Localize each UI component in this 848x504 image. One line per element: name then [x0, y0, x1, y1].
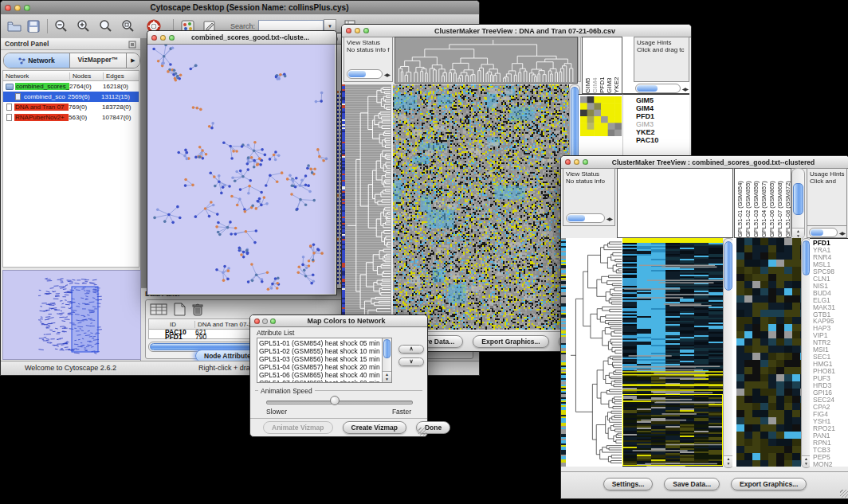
column-label[interactable]: GPL51-01 (GSM854) — [737, 169, 744, 237]
scroll-arrows[interactable] — [682, 86, 688, 92]
tv1-usage-scrollbar[interactable] — [635, 84, 688, 93]
gene-name[interactable]: YKE2 — [636, 128, 689, 136]
gene-name[interactable]: PFD1 — [636, 112, 689, 120]
network-canvas[interactable] — [147, 45, 335, 294]
column-header-edges[interactable]: Edges — [104, 72, 139, 80]
resize-grip[interactable] — [418, 428, 426, 436]
close-button[interactable] — [254, 318, 260, 324]
move-up-button[interactable]: ∧ — [398, 345, 424, 354]
attribute-list-item[interactable]: GPL51-03 (GSM856) heat shock 15 min — [257, 355, 391, 363]
resize-grip[interactable] — [840, 490, 848, 498]
tv2-heatmap[interactable] — [622, 238, 723, 467]
column-label[interactable]: GPL51-06 (GSM865) — [769, 169, 775, 237]
tv2-labels-vscrollbar[interactable] — [791, 168, 805, 240]
column-header-nodes[interactable]: Nodes — [70, 72, 104, 80]
minimize-button[interactable] — [14, 5, 21, 11]
tab-vizmapper[interactable]: VizMapper™ — [70, 53, 127, 68]
gene-name[interactable]: PAC10 — [636, 136, 689, 144]
network-overview-canvas[interactable] — [2, 270, 141, 360]
scroll-arrows[interactable] — [607, 216, 612, 221]
map-dialog-titlebar[interactable]: Map Colors to Network — [250, 315, 427, 327]
network-view-titlebar[interactable]: combined_scores_good.txt--cluste... — [147, 31, 336, 45]
column-label[interactable]: PFD1 — [599, 37, 606, 93]
zoom-out-button[interactable] — [52, 18, 71, 35]
column-label[interactable]: GPL51-07 (GSM868) — [777, 169, 783, 237]
zoom-fit-button[interactable] — [96, 18, 116, 35]
column-label[interactable]: GIM5 — [585, 37, 591, 93]
scroll-arrows[interactable] — [839, 230, 845, 236]
network-row[interactable]: DNA and Tran 07 769(0) 183728(0) — [3, 102, 139, 112]
tv2-detail-heatmap[interactable] — [736, 238, 801, 467]
zoom-button[interactable] — [24, 5, 30, 11]
treeview2-titlebar[interactable]: ClusterMaker TreeView : combined_scores_… — [561, 156, 848, 169]
gene-name[interactable]: GIM5 — [636, 96, 689, 104]
tv2-usage-scrollbar[interactable] — [809, 228, 845, 237]
zoom-button[interactable] — [583, 159, 588, 165]
zoom-button[interactable] — [169, 35, 175, 41]
dialog-button[interactable]: Animate Vizmap — [263, 421, 333, 434]
tv2-col-dendrogram-area[interactable] — [617, 168, 733, 238]
column-label[interactable]: GPL51-03 (GSM856) — [753, 169, 760, 237]
speed-slider-track[interactable] — [266, 400, 413, 404]
column-label[interactable]: GIM4 — [592, 37, 599, 93]
save-button[interactable] — [24, 18, 43, 35]
tv2-status-scrollbar[interactable] — [566, 213, 612, 223]
float-panel-icon[interactable] — [128, 41, 136, 49]
network-row[interactable]: combined_sco 2569(6) 13112(15) — [3, 92, 139, 102]
new-attribute-button[interactable] — [172, 303, 186, 319]
close-button[interactable] — [5, 5, 11, 11]
zoom-button[interactable] — [270, 318, 276, 324]
treeview1-titlebar[interactable]: ClusterMaker TreeView : DNA and Tran 07-… — [342, 25, 691, 37]
tab-network[interactable]: Network — [4, 53, 70, 68]
treeview-button[interactable]: Settings... — [603, 478, 654, 490]
minimize-button[interactable] — [574, 159, 579, 165]
treeview-button[interactable]: Export Graphics... — [473, 335, 548, 348]
column-label[interactable]: GPL51-08 (GSM872) — [785, 169, 791, 237]
scroll-arrows[interactable] — [792, 228, 804, 239]
minimize-button[interactable] — [262, 318, 268, 324]
column-label[interactable]: GPL51-04 (GSM857) — [761, 169, 768, 237]
scroll-thumb[interactable] — [793, 183, 803, 215]
treeview-button[interactable]: Save Data... — [664, 478, 720, 490]
close-button[interactable] — [565, 159, 571, 165]
close-button[interactable] — [346, 28, 351, 33]
attribute-list-item[interactable]: GPL51-02 (GSM855) heat shock 10 min — [257, 347, 391, 355]
scroll-arrows[interactable] — [384, 72, 390, 77]
attribute-select-button[interactable] — [150, 303, 167, 319]
close-button[interactable] — [151, 35, 157, 41]
network-row[interactable]: RNAPuberNov2+ 563(0) 107847(0) — [3, 112, 139, 123]
scroll-thumb[interactable] — [383, 339, 391, 358]
tv1-status-scrollbar[interactable] — [347, 69, 390, 79]
gene-name[interactable]: MON2 — [813, 461, 848, 467]
zoom-selected-button[interactable] — [119, 18, 138, 35]
zoom-button[interactable] — [363, 28, 369, 33]
gene-name[interactable]: GIM4 — [636, 104, 689, 112]
tv1-col-dendrogram[interactable] — [395, 37, 578, 84]
attribute-list-item[interactable]: GPL51-07 (GSM868) heat shock 60 min — [257, 379, 391, 383]
column-label[interactable]: GIM3 — [607, 37, 613, 93]
tv1-heatmap[interactable] — [393, 84, 569, 330]
column-label[interactable]: GPL51-02 (GSM855) — [745, 169, 752, 237]
attribute-list-item[interactable]: GPL51-04 (GSM857) heat shock 20 min — [257, 363, 391, 371]
attribute-list-item[interactable]: GPL51-01 (GSM854) heat shock 05 min — [257, 339, 391, 347]
minimize-button[interactable] — [160, 35, 166, 41]
column-header-id[interactable]: ID — [149, 321, 195, 328]
scroll-arrows[interactable] — [383, 371, 391, 382]
scroll-thumb[interactable] — [803, 240, 810, 275]
delete-attribute-button[interactable] — [191, 303, 204, 319]
open-file-button[interactable] — [5, 18, 24, 35]
minimize-button[interactable] — [355, 28, 360, 33]
speed-slider-thumb[interactable] — [330, 396, 340, 405]
column-header-network[interactable]: Network — [3, 72, 70, 80]
treeview-button[interactable]: Export Graphics... — [731, 478, 807, 490]
tab-overflow-button[interactable]: ▶ — [127, 53, 139, 68]
network-row[interactable]: combined_scores_ 2764(0) 16218(0) — [3, 81, 139, 92]
dialog-button[interactable]: Create Vizmap — [343, 421, 406, 434]
zoom-in-button[interactable] — [74, 18, 93, 35]
tv1-row-dendrogram[interactable] — [345, 84, 391, 330]
scroll-thumb[interactable] — [724, 241, 732, 291]
attribute-list-item[interactable]: GPL51-06 (GSM865) heat shock 40 min — [257, 371, 391, 379]
tv1-splitter[interactable] — [578, 37, 581, 82]
attribute-list-vscrollbar[interactable] — [382, 338, 391, 382]
tv1-similarity-matrix[interactable] — [580, 96, 622, 136]
